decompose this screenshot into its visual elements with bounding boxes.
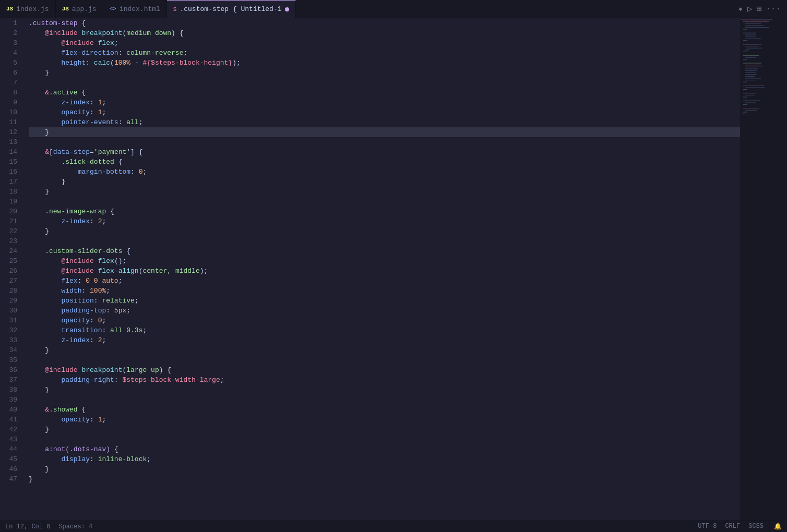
code-content[interactable]: .custom-step { @include breakpoint(mediu… — [23, 18, 740, 521]
line-number: 40 — [0, 405, 17, 415]
minimap — [740, 18, 787, 521]
svg-rect-34 — [745, 95, 755, 95]
status-spaces-text: Spaces: 4 — [58, 523, 92, 530]
line-number: 8 — [0, 88, 17, 98]
diamond-icon[interactable]: ⬥ — [738, 4, 743, 14]
line-number: 16 — [0, 167, 17, 177]
editor-container: 1234567891011121314151617181920212223242… — [0, 18, 787, 521]
code-line: @include breakpoint(large up) { — [29, 365, 740, 375]
play-icon[interactable]: ▷ — [747, 4, 753, 14]
line-number: 33 — [0, 335, 17, 345]
svg-rect-28 — [745, 80, 756, 80]
code-line: z-index: 2; — [29, 216, 740, 226]
tab-app-js[interactable]: JS app.js — [56, 0, 103, 18]
line-number: 32 — [0, 325, 17, 335]
svg-rect-4 — [745, 27, 769, 28]
svg-rect-1 — [743, 21, 769, 22]
svg-rect-10 — [743, 40, 747, 41]
layout-icon[interactable]: ⊞ — [757, 4, 762, 14]
svg-rect-25 — [745, 74, 757, 75]
status-encoding[interactable]: UTF-8 — [698, 523, 717, 530]
code-line: } — [29, 187, 740, 197]
line-number: 20 — [0, 207, 17, 216]
line-number: 23 — [0, 236, 17, 246]
svg-rect-33 — [743, 93, 756, 93]
bell-icon[interactable]: 🔔 — [774, 523, 782, 530]
svg-rect-40 — [745, 110, 757, 111]
line-number: 35 — [0, 355, 17, 365]
code-lines: 1234567891011121314151617181920212223242… — [0, 18, 740, 521]
code-line: height: calc(100% - #{$steps-block-heigh… — [29, 58, 740, 68]
code-area[interactable]: 1234567891011121314151617181920212223242… — [0, 18, 740, 521]
status-position[interactable]: Ln 12, Col 6 — [5, 523, 50, 530]
svg-rect-24 — [745, 72, 756, 73]
svg-rect-16 — [743, 55, 759, 56]
html-icon: <> — [110, 6, 116, 12]
svg-rect-14 — [745, 50, 749, 50]
code-line: } — [29, 385, 740, 395]
code-line: position: relative; — [29, 296, 740, 306]
line-number: 6 — [0, 68, 17, 78]
code-line: display: inline-block; — [29, 454, 740, 464]
code-line: margin-bottom: 0; — [29, 167, 740, 177]
status-language[interactable]: SCSS — [748, 523, 764, 530]
line-number: 13 — [0, 137, 17, 147]
tab-label-3: index.html — [120, 5, 160, 13]
status-spaces[interactable]: Spaces: 4 — [58, 523, 92, 530]
svg-rect-6 — [743, 33, 756, 33]
line-number: 22 — [0, 226, 17, 236]
tab-label: index.js — [16, 5, 49, 13]
code-line — [29, 197, 740, 207]
svg-rect-5 — [743, 29, 747, 29]
code-line — [29, 137, 740, 147]
code-line: .new-image-wrap { — [29, 207, 740, 216]
svg-rect-12 — [745, 46, 758, 46]
code-line: opacity: 1; — [29, 415, 740, 425]
line-number: 43 — [0, 434, 17, 444]
code-line: } — [29, 177, 740, 187]
more-icon[interactable]: ··· — [766, 4, 781, 14]
line-number: 38 — [0, 385, 17, 395]
status-line-ending[interactable]: CRLF — [725, 523, 740, 530]
status-bar: Ln 12, Col 6 Spaces: 4 UTF-8 CRLF SCSS 🔔 — [0, 521, 787, 532]
svg-rect-30 — [743, 86, 764, 86]
line-number: 19 — [0, 197, 17, 207]
svg-rect-19 — [743, 63, 761, 63]
tab-custom-step[interactable]: S .custom-step { Untitled-1 — [167, 0, 296, 18]
code-line: } — [29, 68, 740, 78]
svg-rect-23 — [745, 70, 757, 71]
line-number: 21 — [0, 216, 17, 226]
code-line: &[data-step='payment'] { — [29, 147, 740, 157]
code-line: a:not(.dots-nav) { — [29, 444, 740, 454]
code-line: padding-right: $steps-block-width-large; — [29, 375, 740, 385]
line-number: 7 — [0, 78, 17, 88]
tab-index-html[interactable]: <> index.html — [103, 0, 167, 18]
code-line: @include flex(); — [29, 256, 740, 266]
svg-rect-17 — [745, 57, 756, 58]
code-line: .custom-step { — [29, 18, 740, 28]
line-number: 18 — [0, 187, 17, 197]
code-line: } — [29, 127, 740, 137]
svg-rect-35 — [743, 96, 747, 97]
line-number: 3 — [0, 38, 17, 48]
code-line: z-index: 2; — [29, 335, 740, 345]
svg-rect-31 — [745, 87, 765, 88]
svg-rect-26 — [745, 76, 755, 77]
code-line: @include flex; — [29, 38, 740, 48]
code-line: } — [29, 226, 740, 236]
tab-index-js[interactable]: JS index.js — [0, 0, 56, 18]
line-number: 30 — [0, 306, 17, 316]
code-line — [29, 434, 740, 444]
svg-rect-3 — [745, 25, 764, 26]
line-number: 45 — [0, 454, 17, 464]
line-number: 25 — [0, 256, 17, 266]
line-number: 26 — [0, 266, 17, 276]
line-number: 10 — [0, 107, 17, 117]
line-number: 36 — [0, 365, 17, 375]
code-line: @include breakpoint(medium down) { — [29, 28, 740, 38]
code-line: padding-top: 5px; — [29, 306, 740, 316]
line-number: 14 — [0, 147, 17, 157]
svg-rect-9 — [745, 39, 761, 39]
line-number: 37 — [0, 375, 17, 385]
svg-rect-37 — [745, 102, 756, 103]
